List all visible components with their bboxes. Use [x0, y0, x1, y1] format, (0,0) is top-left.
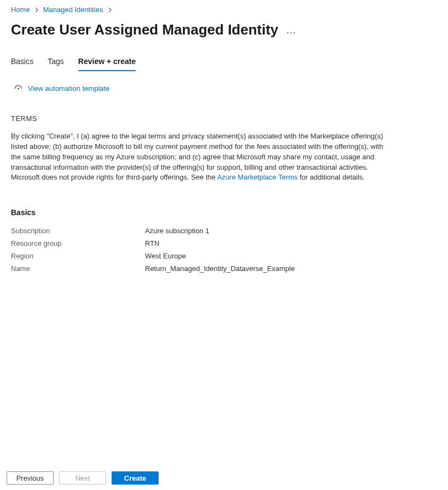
- region-value: West Europe: [145, 252, 186, 260]
- resource-group-label: Resource group: [11, 239, 145, 247]
- basics-heading: Basics: [11, 208, 437, 217]
- row-name: Name Return_Managed_Identity_Dataverse_E…: [11, 264, 437, 273]
- tab-basics[interactable]: Basics: [11, 57, 33, 71]
- region-label: Region: [11, 252, 145, 260]
- resource-group-value: RTN: [145, 239, 159, 247]
- chevron-right-icon: [34, 5, 39, 14]
- previous-button[interactable]: Previous: [7, 471, 54, 485]
- chevron-right-icon: [108, 5, 112, 14]
- create-button[interactable]: Create: [112, 471, 159, 485]
- row-resource-group: Resource group RTN: [11, 239, 437, 247]
- subscription-label: Subscription: [11, 227, 145, 235]
- tabs: Basics Tags Review + create: [11, 57, 437, 71]
- view-automation-template-link[interactable]: View automation template: [28, 84, 109, 93]
- footer-actions: Previous Next Create: [0, 466, 448, 490]
- svg-point-0: [18, 88, 19, 90]
- page-title: Create User Assigned Managed Identity: [11, 21, 278, 38]
- breadcrumb-managed-identities[interactable]: Managed Identities: [43, 5, 103, 14]
- name-value: Return_Managed_Identity_Dataverse_Exampl…: [145, 264, 295, 273]
- view-automation-template[interactable]: View automation template: [14, 84, 437, 93]
- azure-marketplace-terms-link[interactable]: Azure Marketplace Terms: [217, 173, 298, 181]
- terms-heading: TERMS: [11, 114, 437, 123]
- row-subscription: Subscription Azure subscription 1: [11, 227, 437, 235]
- more-icon[interactable]: ⋯: [286, 26, 297, 38]
- breadcrumb: Home Managed Identities: [11, 5, 437, 14]
- tab-review-create[interactable]: Review + create: [78, 57, 136, 71]
- next-button: Next: [59, 471, 106, 485]
- name-label: Name: [11, 264, 145, 273]
- terms-body: By clicking "Create", I (a) agree to the…: [11, 131, 394, 183]
- subscription-value: Azure subscription 1: [145, 227, 210, 235]
- breadcrumb-home[interactable]: Home: [11, 5, 30, 14]
- row-region: Region West Europe: [11, 252, 437, 260]
- template-icon: [14, 85, 22, 92]
- terms-text-after: for additional details.: [298, 173, 365, 181]
- tab-tags[interactable]: Tags: [48, 57, 64, 71]
